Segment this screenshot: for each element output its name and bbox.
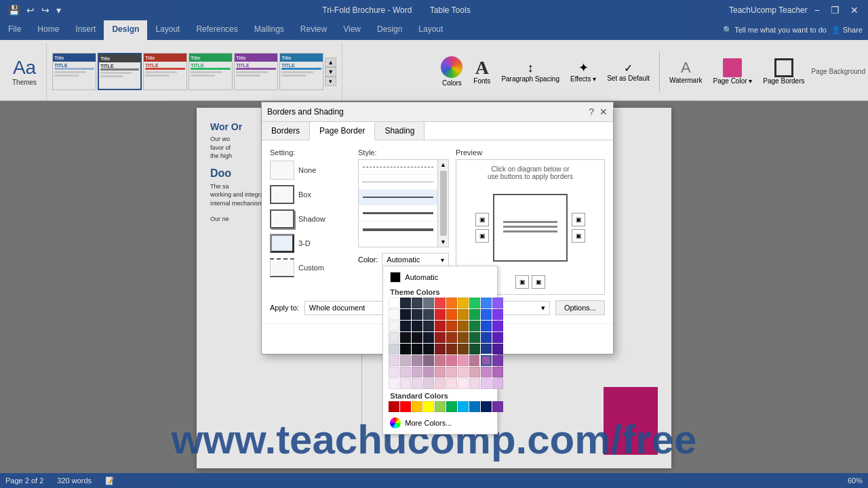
tc-6-4[interactable] [435, 367, 446, 378]
tc-2-7[interactable] [469, 321, 480, 331]
setting-shadow[interactable]: Shadow [270, 209, 351, 228]
tc-1-8[interactable] [481, 309, 492, 320]
sc-9[interactable] [492, 401, 503, 412]
tc-3-9[interactable] [492, 332, 503, 343]
preview-btn-br[interactable]: ▣ [532, 275, 545, 289]
tc-4-4[interactable] [435, 344, 446, 354]
style-list[interactable] [359, 160, 437, 247]
tab-shading[interactable]: Shading [375, 122, 425, 140]
dialog-close-button[interactable]: ✕ [599, 106, 608, 117]
tc-0-6[interactable] [458, 298, 469, 308]
tc-7-5[interactable] [446, 378, 457, 389]
more-colors-item[interactable]: More Colors... [386, 415, 494, 431]
tc-1-5[interactable] [446, 309, 457, 320]
tc-4-8[interactable] [481, 344, 492, 354]
tc-3-6[interactable] [458, 332, 469, 343]
tc-0-3[interactable] [423, 298, 434, 308]
sc-3[interactable] [423, 401, 434, 412]
tc-1-7[interactable] [469, 309, 480, 320]
tc-6-3[interactable] [423, 367, 434, 378]
tc-0-1[interactable] [400, 298, 411, 308]
style-item-3[interactable] [359, 190, 437, 205]
tc-0-7[interactable] [469, 298, 480, 308]
tc-7-6[interactable] [458, 378, 469, 389]
sc-6[interactable] [458, 401, 469, 412]
tc-5-2[interactable] [412, 355, 422, 366]
tc-4-5[interactable] [446, 344, 457, 354]
sc-4[interactable] [435, 401, 446, 412]
tc-2-8[interactable] [481, 321, 492, 331]
tc-6-2[interactable] [412, 367, 422, 378]
tc-5-5[interactable] [446, 355, 457, 366]
tc-0-5[interactable] [446, 298, 457, 308]
sc-2[interactable] [412, 401, 422, 412]
tc-4-1[interactable] [400, 344, 411, 354]
tc-6-0[interactable] [389, 367, 399, 378]
tc-0-8[interactable] [481, 298, 492, 308]
tc-2-1[interactable] [400, 321, 411, 331]
style-item-2[interactable] [359, 175, 437, 190]
style-item-1[interactable] [359, 160, 437, 175]
style-scroll-up[interactable]: ▲ [439, 160, 448, 169]
tc-0-0[interactable] [389, 298, 399, 308]
tc-3-2[interactable] [412, 332, 422, 343]
tc-4-9[interactable] [492, 344, 503, 354]
tc-2-2[interactable] [412, 321, 422, 331]
sc-8[interactable] [481, 401, 492, 412]
tc-5-3[interactable] [423, 355, 434, 366]
tc-0-9[interactable] [492, 298, 503, 308]
tc-1-2[interactable] [412, 309, 422, 320]
tc-7-0[interactable] [389, 378, 399, 389]
tc-5-6[interactable] [458, 355, 469, 366]
tc-0-4[interactable] [435, 298, 446, 308]
tc-7-9[interactable] [492, 378, 503, 389]
tc-2-9[interactable] [492, 321, 503, 331]
tc-3-0[interactable] [389, 332, 399, 343]
setting-custom[interactable]: Custom [270, 258, 351, 277]
preview-top-border-btn[interactable]: ▣ [475, 213, 489, 226]
sc-7[interactable] [469, 401, 480, 412]
tc-2-4[interactable] [435, 321, 446, 331]
tc-5-4[interactable] [435, 355, 446, 366]
setting-3d[interactable]: 3-D [270, 234, 351, 253]
tc-2-0[interactable] [389, 321, 399, 331]
tc-7-7[interactable] [469, 378, 480, 389]
tc-3-4[interactable] [435, 332, 446, 343]
tc-4-2[interactable] [412, 344, 422, 354]
tc-1-4[interactable] [435, 309, 446, 320]
sc-1[interactable] [400, 401, 411, 412]
tc-3-7[interactable] [469, 332, 480, 343]
tc-4-6[interactable] [458, 344, 469, 354]
tc-3-5[interactable] [446, 332, 457, 343]
tc-5-1[interactable] [400, 355, 411, 366]
tc-6-8[interactable] [481, 367, 492, 378]
tc-1-6[interactable] [458, 309, 469, 320]
preview-btn-bl[interactable]: ▣ [515, 275, 529, 289]
tc-7-4[interactable] [435, 378, 446, 389]
tab-borders[interactable]: Borders [262, 122, 310, 140]
tc-7-2[interactable] [412, 378, 422, 389]
tc-5-9[interactable] [492, 355, 503, 366]
tc-1-3[interactable] [423, 309, 434, 320]
automatic-item[interactable]: Automatic [386, 269, 494, 285]
setting-box[interactable]: Box [270, 185, 351, 204]
tc-5-8[interactable] [481, 355, 492, 366]
color-dropdown[interactable]: Automatic ▾ Automatic Theme Colors [382, 253, 449, 266]
preview-right-border-btn[interactable]: ▣ [572, 213, 585, 226]
style-scroll-down[interactable]: ▼ [439, 237, 448, 247]
tc-7-8[interactable] [481, 378, 492, 389]
options-button[interactable]: Options... [555, 300, 605, 315]
sc-0[interactable] [389, 401, 399, 412]
tc-7-3[interactable] [423, 378, 434, 389]
style-scrollbar[interactable]: ▲ ▼ [437, 160, 448, 247]
sc-5[interactable] [446, 401, 457, 412]
tc-6-7[interactable] [469, 367, 480, 378]
setting-none[interactable]: None [270, 161, 351, 180]
preview-left-border-btn[interactable]: ▣ [475, 229, 489, 243]
tc-3-8[interactable] [481, 332, 492, 343]
tc-3-1[interactable] [400, 332, 411, 343]
tc-1-9[interactable] [492, 309, 503, 320]
tc-2-3[interactable] [423, 321, 434, 331]
tc-2-5[interactable] [446, 321, 457, 331]
tc-6-1[interactable] [400, 367, 411, 378]
